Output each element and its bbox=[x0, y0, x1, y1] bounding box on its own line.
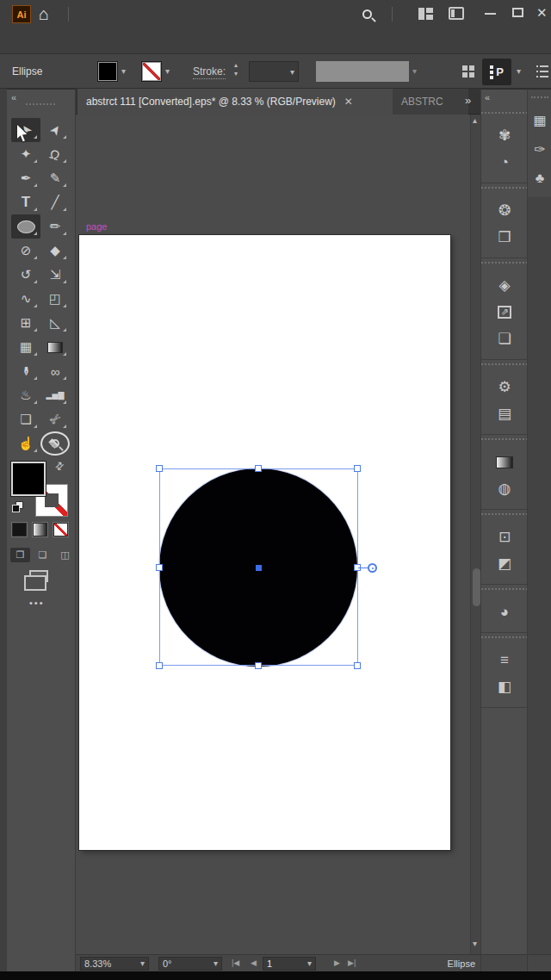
ellipse-tool[interactable] bbox=[11, 214, 40, 239]
panel-group-handle[interactable] bbox=[481, 262, 528, 272]
gradient-panel-icon[interactable] bbox=[481, 449, 528, 475]
eraser-tool[interactable]: ◆ bbox=[40, 239, 70, 263]
collapse-dock-icon[interactable]: « bbox=[485, 92, 490, 102]
selection-handle-s[interactable] bbox=[255, 662, 262, 669]
panel-group-handle[interactable] bbox=[481, 363, 528, 374]
stroke-label[interactable]: Stroke: bbox=[193, 65, 226, 79]
panel-group-handle[interactable] bbox=[481, 636, 528, 647]
collapse-panel-icon[interactable]: « bbox=[11, 92, 16, 102]
maximize-button[interactable] bbox=[512, 8, 523, 17]
home-icon[interactable]: ⌂ bbox=[39, 3, 49, 25]
mesh-tool[interactable]: ▦ bbox=[11, 335, 40, 359]
lasso-tool[interactable]: Ω bbox=[40, 142, 70, 166]
column-graph-tool[interactable]: ▂▅▇ bbox=[40, 383, 70, 407]
close-button[interactable]: ✕ bbox=[536, 5, 548, 21]
fill-indicator[interactable] bbox=[11, 462, 46, 496]
stroke-color-swatch[interactable] bbox=[142, 62, 161, 81]
default-fill-stroke-icon[interactable] bbox=[12, 501, 24, 513]
shape-builder-tool[interactable]: ⊞ bbox=[11, 311, 40, 335]
artboard-navigation-dropdown[interactable]: 1 ▾ bbox=[263, 957, 316, 971]
slice-tool[interactable]: ✄ bbox=[40, 407, 70, 431]
minimize-button[interactable] bbox=[485, 13, 496, 15]
next-artboard-button[interactable]: ▶ bbox=[334, 958, 340, 967]
previous-artboard-button[interactable]: ◀ bbox=[251, 958, 257, 967]
swatches-panel-icon[interactable]: ▦ bbox=[528, 105, 551, 134]
chevron-down-icon[interactable]: ▾ bbox=[121, 67, 126, 76]
color-panel-icon[interactable]: ✾ bbox=[481, 122, 528, 149]
libraries-panel-icon[interactable]: ▤ bbox=[481, 400, 528, 427]
width-profile-dropdown[interactable] bbox=[316, 61, 409, 82]
line-segment-tool[interactable]: ╱ bbox=[40, 190, 70, 214]
panel-group-handle[interactable] bbox=[481, 588, 528, 599]
rotate-tool[interactable]: ↺ bbox=[11, 263, 40, 287]
paintbrush-tool[interactable]: ✏ bbox=[40, 214, 70, 239]
stroke-panel-icon[interactable]: ≡ bbox=[481, 647, 528, 673]
eyedropper-tool[interactable]: ✒ bbox=[11, 359, 40, 383]
artboard-name-label[interactable]: page bbox=[86, 221, 107, 232]
color-guide-panel-icon[interactable]: ◔ bbox=[481, 149, 528, 176]
draw-normal-mode[interactable]: ❐ bbox=[10, 548, 30, 562]
curvature-tool[interactable]: ✎ bbox=[40, 166, 70, 190]
zoom-level-dropdown[interactable]: 8.33% ▾ bbox=[80, 957, 149, 971]
properties-toggle-button[interactable]: P bbox=[482, 59, 511, 85]
screen-mode-icon[interactable] bbox=[29, 570, 48, 582]
stroke-weight-dropdown[interactable]: ▾ bbox=[249, 61, 299, 82]
align-panel-icon[interactable]: ◧ bbox=[481, 673, 528, 700]
vertical-scrollbar[interactable]: ▴ ▾ bbox=[470, 115, 480, 954]
gradient-swatch-button[interactable] bbox=[33, 523, 47, 537]
panel-group-handle[interactable] bbox=[481, 513, 528, 524]
width-tool[interactable]: ∿ bbox=[11, 287, 40, 311]
magic-wand-tool[interactable]: ✦ bbox=[11, 142, 40, 166]
pathfinder-panel-icon[interactable]: ◩ bbox=[481, 550, 528, 577]
app-logo-icon[interactable]: Ai bbox=[12, 5, 31, 23]
transparency-panel-icon[interactable]: ◍ bbox=[481, 475, 528, 502]
transform-panel-icon[interactable]: ⊡ bbox=[481, 524, 528, 550]
document-tab-inactive[interactable]: ABSTRC bbox=[393, 89, 468, 115]
arrange-documents-icon[interactable] bbox=[449, 7, 464, 20]
live-shape-widget-handle[interactable] bbox=[368, 563, 377, 573]
selection-handle-n[interactable] bbox=[255, 465, 262, 472]
panel-group-handle[interactable] bbox=[531, 96, 548, 105]
selection-center-point[interactable] bbox=[256, 565, 262, 571]
zoom-tool[interactable] bbox=[40, 431, 70, 456]
selection-handle-w[interactable] bbox=[156, 564, 163, 571]
workspace-grid-icon[interactable] bbox=[462, 65, 475, 78]
panel-group-handle[interactable] bbox=[481, 438, 528, 449]
panel-drag-handle[interactable] bbox=[26, 103, 55, 105]
document-tab-active[interactable]: abstrct 111 [Converted].eps* @ 8.33 % (R… bbox=[77, 89, 393, 115]
selection-handle-se[interactable] bbox=[354, 662, 361, 669]
rotation-dropdown[interactable]: 0° ▾ bbox=[158, 957, 222, 971]
pen-tool[interactable]: ✒ bbox=[11, 166, 40, 190]
chevron-down-icon[interactable]: ▾ bbox=[165, 67, 170, 76]
scroll-up-icon[interactable]: ▴ bbox=[473, 116, 477, 125]
scroll-down-icon[interactable]: ▾ bbox=[473, 940, 477, 948]
none-swatch-button[interactable] bbox=[53, 523, 68, 537]
shaper-tool[interactable]: ⊘ bbox=[11, 239, 40, 263]
scale-tool[interactable]: ⇲ bbox=[40, 263, 70, 287]
first-artboard-button[interactable]: |◀ bbox=[232, 958, 239, 967]
draw-inside-mode[interactable]: ◫ bbox=[55, 548, 75, 562]
swap-fill-stroke-icon[interactable]: ⇄ bbox=[53, 458, 67, 473]
properties-panel-icon[interactable]: ⚙ bbox=[481, 374, 528, 400]
appearance-panel-icon[interactable]: ◕ bbox=[481, 599, 528, 625]
layers-panel-icon[interactable]: ◈ bbox=[481, 272, 528, 299]
selection-handle-nw[interactable] bbox=[156, 465, 163, 472]
symbols-panel-icon[interactable]: ♣ bbox=[528, 164, 551, 193]
export-panel-icon[interactable]: ⇗ bbox=[481, 299, 528, 326]
draw-behind-mode[interactable]: ❏ bbox=[33, 548, 53, 562]
last-artboard-button[interactable]: ▶| bbox=[348, 958, 356, 967]
hand-tool[interactable]: ☝ bbox=[11, 431, 40, 456]
selection-handle-ne[interactable] bbox=[354, 465, 361, 472]
recolor-artwork-panel-icon[interactable]: ❂ bbox=[481, 197, 528, 224]
shapes-panel-icon[interactable]: ❒ bbox=[481, 224, 528, 251]
color-swatch-button[interactable] bbox=[12, 523, 27, 537]
perspective-grid-tool[interactable]: ◺ bbox=[40, 311, 70, 335]
stroke-weight-stepper[interactable]: ▴▾ bbox=[234, 61, 238, 78]
panel-menu-icon[interactable] bbox=[536, 65, 549, 78]
symbol-sprayer-tool[interactable]: ♨ bbox=[11, 383, 40, 407]
panel-group-handle[interactable] bbox=[481, 187, 528, 197]
tab-overflow-icon[interactable]: » bbox=[465, 94, 471, 107]
direct-selection-tool[interactable]: ➤ bbox=[40, 118, 70, 142]
artboards-panel-icon[interactable]: ❏ bbox=[481, 326, 528, 352]
selection-handle-sw[interactable] bbox=[156, 662, 163, 669]
